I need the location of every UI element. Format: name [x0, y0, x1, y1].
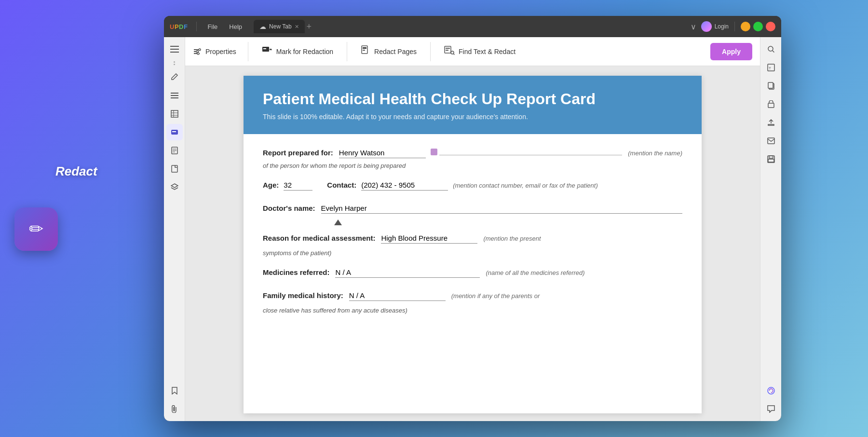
svg-rect-25: [263, 48, 266, 49]
mark-redaction-icon: [262, 45, 272, 57]
mark-for-redaction-btn[interactable]: Mark for Redaction: [252, 41, 343, 61]
reason-hint: (mention the present: [483, 235, 541, 242]
svg-rect-40: [768, 103, 774, 108]
right-sidebar-ai[interactable]: [763, 382, 779, 399]
properties-btn[interactable]: Properties: [193, 48, 244, 55]
toolbar-divider3: [430, 42, 431, 61]
new-tab-btn[interactable]: +: [307, 22, 312, 32]
sidebar-icon-paperclip[interactable]: [166, 401, 183, 417]
properties-label: Properties: [205, 48, 236, 55]
age-contact-row: Age: 32 Contact: (202) 432 - 9505 (menti…: [263, 181, 682, 191]
svg-rect-6: [171, 110, 178, 117]
window-minimize-btn[interactable]: [741, 22, 750, 31]
sidebar-icon-list[interactable]: [166, 87, 183, 104]
sidebar-icon-layers[interactable]: [166, 179, 183, 195]
contact-hint: (mention contact number, email or fax of…: [453, 182, 598, 189]
menu-help[interactable]: Help: [225, 22, 246, 31]
titlebar-divider2: [734, 22, 735, 31]
document-page: Patient Medical Health Check Up Report C…: [244, 76, 702, 413]
sidebar-icon-page[interactable]: [166, 142, 183, 159]
find-text-redact-label: Find Text & Redact: [459, 48, 515, 55]
svg-line-31: [454, 54, 455, 55]
find-text-redact-btn[interactable]: Find Text & Redact: [434, 41, 525, 61]
family-history-hint2: close relative has suffered from any acu…: [263, 307, 682, 314]
sidebar-icon-doc2[interactable]: [166, 161, 183, 177]
medicines-value: N / A: [335, 268, 480, 278]
right-sidebar-chat[interactable]: [763, 401, 779, 417]
chevron-down-btn[interactable]: ∨: [689, 22, 698, 31]
redact-pages-btn[interactable]: Redact Pages: [351, 41, 426, 61]
left-sidebar: [164, 37, 185, 421]
family-history-value: N / A: [349, 291, 446, 301]
tab-area: ☁ New Tab ✕ +: [254, 20, 685, 33]
sidebar-icon-table[interactable]: [166, 106, 183, 122]
report-of-hint: of the person for whom the report is bei…: [263, 162, 682, 169]
svg-point-34: [768, 46, 773, 51]
symptoms-hint: symptoms of the patient): [263, 249, 682, 257]
apply-button[interactable]: Apply: [710, 43, 752, 60]
svg-rect-1: [170, 49, 179, 50]
doctor-row: Doctor's name: Evelyn Harper: [263, 204, 682, 214]
main-content: Properties Mark for Redaction Redact Pag…: [164, 37, 781, 421]
svg-rect-43: [769, 156, 773, 158]
window-close-btn[interactable]: [766, 22, 775, 31]
sidebar-icon-edit[interactable]: [166, 69, 183, 85]
right-sidebar-search[interactable]: [763, 41, 779, 57]
svg-rect-27: [363, 47, 366, 49]
app-icon-glyph: ✏: [29, 219, 43, 239]
sidebar-icon-menu[interactable]: [166, 41, 183, 57]
age-label: Age:: [263, 181, 279, 189]
titlebar-controls: ∨ Login: [689, 21, 775, 32]
tab-cloud-icon: ☁: [259, 23, 266, 30]
sidebar-icon-redact[interactable]: [166, 124, 183, 140]
center-area: Properties Mark for Redaction Redact Pag…: [185, 37, 760, 421]
titlebar-divider1: [196, 22, 197, 31]
svg-rect-39: [768, 82, 773, 88]
menu-file[interactable]: File: [203, 22, 221, 31]
find-text-icon: [444, 45, 455, 57]
svg-rect-32: [446, 48, 450, 49]
age-group: Age: 32: [263, 181, 312, 191]
app-icon: ✏: [14, 207, 58, 251]
right-sidebar-mail[interactable]: [763, 133, 779, 149]
tab-new[interactable]: ☁ New Tab ✕: [254, 20, 304, 33]
right-sidebar-save[interactable]: [763, 151, 779, 167]
contact-value: (202) 432 - 9505: [361, 181, 448, 191]
right-sidebar-lock[interactable]: [763, 96, 779, 112]
tab-close-btn[interactable]: ✕: [295, 24, 299, 30]
redact-pages-label: Redact Pages: [374, 48, 417, 55]
tab-label: New Tab: [269, 23, 291, 30]
window-maximize-btn[interactable]: [753, 22, 763, 31]
svg-point-45: [768, 387, 774, 394]
right-sidebar-ocr[interactable]: T: [763, 59, 779, 76]
right-sidebar-share[interactable]: [763, 114, 779, 131]
svg-text:T: T: [769, 66, 771, 70]
login-label: Login: [715, 23, 729, 30]
svg-point-23: [197, 53, 199, 55]
report-for-row: Report prepared for: Henry Watson (menti…: [263, 149, 682, 158]
scroll-indicator: [174, 61, 175, 65]
svg-rect-16: [172, 165, 177, 172]
triangle-icon: [334, 219, 342, 225]
redact-pages-icon: [361, 45, 370, 57]
sidebar-icon-bookmark[interactable]: [166, 382, 183, 399]
family-history-label: Family medical history:: [263, 291, 343, 300]
login-button[interactable]: Login: [701, 21, 729, 32]
document-header: Patient Medical Health Check Up Report C…: [244, 76, 702, 134]
report-for-value: Henry Watson: [339, 149, 426, 158]
document-title: Patient Medical Health Check Up Report C…: [263, 90, 682, 108]
reason-row: Reason for medical assessment: High Bloo…: [263, 234, 682, 244]
app-brand: UPDF: [170, 23, 188, 30]
svg-rect-2: [170, 52, 179, 53]
right-sidebar-copy[interactable]: [763, 78, 779, 94]
svg-rect-5: [171, 97, 178, 98]
document-body: Report prepared for: Henry Watson (menti…: [244, 134, 702, 328]
svg-rect-11: [172, 131, 176, 132]
contact-label: Contact:: [327, 181, 356, 189]
document-area: Patient Medical Health Check Up Report C…: [185, 66, 760, 421]
mark-for-redaction-label: Mark for Redaction: [276, 48, 333, 55]
report-for-label: Report prepared for:: [263, 149, 333, 157]
document-subtitle: This slide is 100% editable. Adapt it to…: [263, 113, 682, 121]
reason-label: Reason for medical assessment:: [263, 234, 375, 242]
app-window: UPDF File Help ☁ New Tab ✕ + ∨ Login: [164, 16, 781, 421]
